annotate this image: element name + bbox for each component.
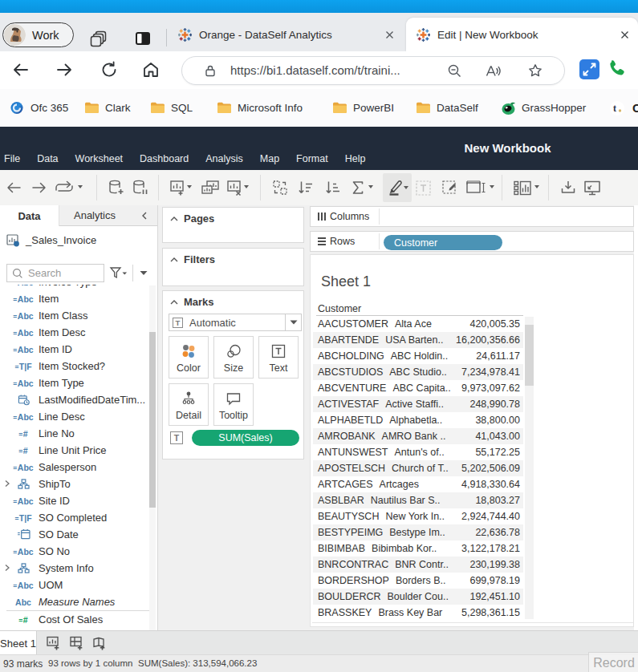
bookmark-microsoft-info[interactable]: Microsoft Info — [217, 89, 303, 127]
sort-ascending-icon[interactable] — [297, 179, 315, 196]
field-row-measure[interactable]: =# Cost Of Sales — [0, 611, 149, 628]
mark-type-dropdown-button[interactable] — [285, 314, 301, 330]
bookmark-t-dot[interactable]: t — [610, 89, 630, 127]
bookmark-sql[interactable]: SQL — [150, 89, 193, 127]
clear-sheet-icon[interactable] — [226, 179, 243, 196]
table-scrollbar[interactable] — [525, 317, 534, 619]
field-row[interactable]: =Abc Item Desc — [0, 324, 149, 341]
back-icon[interactable] — [11, 60, 30, 79]
bookmark-clark[interactable]: Clark — [84, 89, 131, 127]
scrollbar-thumb[interactable] — [525, 325, 534, 386]
new-dashboard-tab-icon[interactable] — [69, 635, 85, 651]
duplicate-sheet-icon[interactable] — [200, 179, 221, 196]
expand-chevron-icon[interactable] — [4, 565, 10, 571]
field-row[interactable]: =T|F SO Completed — [0, 509, 149, 526]
sheet-tab-active[interactable]: Sheet 1 — [0, 631, 37, 655]
table-row[interactable]: ALPHABETLDAlphabetla..38,800.00 — [313, 412, 523, 428]
customer-pill[interactable]: Customer — [384, 235, 502, 250]
field-row-hierarchy[interactable]: ShipTo — [0, 476, 149, 492]
field-row[interactable]: =Abc Line Desc — [0, 408, 149, 425]
menu-data[interactable]: Data — [37, 153, 58, 164]
field-row[interactable]: =Abc Salesperson — [0, 459, 149, 476]
bookmark-powerbi[interactable]: PowerBI — [332, 89, 394, 127]
field-search-input[interactable]: Search — [6, 264, 104, 282]
size-button[interactable]: Size — [213, 336, 254, 379]
scrollbar-thumb[interactable] — [149, 332, 156, 508]
show-cards-caret[interactable] — [534, 185, 539, 188]
new-worksheet-tab-icon[interactable] — [46, 635, 62, 651]
menu-analysis[interactable]: Analysis — [205, 153, 243, 164]
detail-button[interactable]: Detail — [169, 383, 209, 426]
menu-format[interactable]: Format — [296, 153, 328, 164]
field-row[interactable]: =Abc Item Class — [0, 307, 149, 324]
mark-type-dropdown[interactable]: T Automatic — [169, 314, 302, 331]
bookmark-clipped[interactable]: C — [632, 89, 638, 127]
table-row[interactable]: ABCHOLDINGABC Holdin..24,611.17 — [313, 348, 523, 364]
menu-help[interactable]: Help — [345, 153, 366, 164]
new-story-tab-icon[interactable] — [91, 635, 108, 651]
undo-icon[interactable] — [5, 179, 22, 196]
download-icon[interactable] — [559, 179, 577, 196]
field-row[interactable]: LastModifiedDateTim... — [0, 391, 149, 408]
redo-icon[interactable] — [30, 179, 48, 196]
show-cards-icon[interactable] — [513, 179, 532, 196]
data-pane-scrollbar[interactable] — [149, 285, 156, 630]
zoom-out-icon[interactable] — [447, 63, 462, 79]
table-row[interactable]: AACUSTOMERAlta Ace420,005.35 — [313, 316, 523, 332]
expand-chevron-icon[interactable] — [4, 480, 10, 487]
table-row[interactable]: APOSTELSCHChurch of T..5,202,506.09 — [313, 460, 523, 476]
record-overlay-button[interactable]: Record — [588, 652, 638, 672]
table-row[interactable]: ACTIVESTAFActive Staffi..248,990.78 — [313, 396, 523, 412]
data-pane-menu-caret[interactable] — [138, 265, 149, 281]
highlight-caret[interactable] — [404, 186, 408, 189]
field-row[interactable]: =Abc UOM — [0, 577, 149, 593]
screen-share-extension-icon[interactable] — [579, 59, 599, 79]
grasshopper-phone-extension-icon[interactable] — [606, 58, 628, 79]
table-row[interactable]: ASBLBARNautilus Bar S..18,803.27 — [313, 492, 523, 508]
menu-map[interactable]: Map — [260, 153, 279, 164]
read-aloud-icon[interactable] — [485, 63, 501, 79]
field-row[interactable]: =Abc Item — [0, 290, 149, 307]
table-row[interactable]: BOULDERCRBoulder Cou..192,451.10 — [313, 589, 523, 605]
table-row[interactable]: ABARTENDEUSA Barten..16,200,356.66 — [313, 332, 523, 348]
sum-sales-pill[interactable]: SUM(Sales) — [192, 430, 299, 446]
sort-descending-icon[interactable] — [324, 179, 342, 196]
table-row[interactable]: ABCSTUDIOSABC Studio..7,234,978.41 — [313, 364, 523, 380]
tab-close-icon[interactable] — [384, 29, 396, 41]
field-row[interactable]: =# Line Unit Price — [0, 442, 149, 459]
tab-data[interactable]: Data — [0, 205, 59, 226]
table-row[interactable]: AMROBANKAMRO Bank ..41,043.00 — [313, 428, 523, 444]
field-row[interactable]: =T|F Item Stocked? — [0, 358, 149, 374]
swap-rows-columns-icon[interactable] — [271, 179, 289, 196]
refresh-icon[interactable] — [100, 60, 119, 79]
new-worksheet-icon[interactable] — [169, 179, 186, 196]
show-mark-labels-icon-disabled[interactable] — [416, 180, 433, 198]
home-icon[interactable] — [141, 60, 161, 79]
highlight-button-active[interactable] — [383, 173, 412, 202]
totals-sigma-icon[interactable] — [349, 179, 367, 196]
clear-sheet-caret[interactable] — [244, 185, 249, 188]
tab-close-icon[interactable] — [619, 29, 631, 41]
field-filter-icon[interactable] — [109, 265, 130, 281]
pause-updates-icon[interactable] — [131, 179, 148, 196]
field-row[interactable]: =Abc Item ID — [0, 341, 149, 358]
field-row[interactable]: =Abc Site ID — [0, 492, 149, 509]
bookmark-ofc-365[interactable]: Ofc 365 — [10, 89, 68, 127]
table-row[interactable]: ANTUNSWESTAntun's of..55,172.25 — [313, 444, 523, 460]
field-row[interactable]: =Abc Item Type — [0, 374, 149, 391]
browser-tab-orange-dataself[interactable]: Orange - DataSelf Analytics — [173, 18, 402, 51]
field-row[interactable]: =# Line No — [0, 425, 149, 442]
new-datasource-icon[interactable] — [107, 179, 124, 196]
menu-worksheet[interactable]: Worksheet — [75, 153, 124, 164]
menu-file[interactable]: File — [4, 153, 20, 164]
bookmark-dataself[interactable]: DataSelf — [416, 89, 478, 127]
color-button[interactable]: Color — [169, 336, 209, 379]
new-worksheet-caret[interactable] — [187, 185, 192, 188]
field-row-hierarchy[interactable]: System Info — [0, 560, 149, 577]
lock-icon[interactable] — [203, 63, 217, 78]
collapse-chevron-icon[interactable] — [170, 217, 178, 221]
rows-shelf[interactable]: Rows Customer — [310, 231, 634, 252]
table-row[interactable]: BEAUTYSCHNew York In..2,924,744.40 — [313, 508, 523, 524]
browser-profile-button[interactable]: Work — [2, 22, 74, 47]
bookmark-grasshopper[interactable]: GrassHopper — [501, 89, 586, 127]
